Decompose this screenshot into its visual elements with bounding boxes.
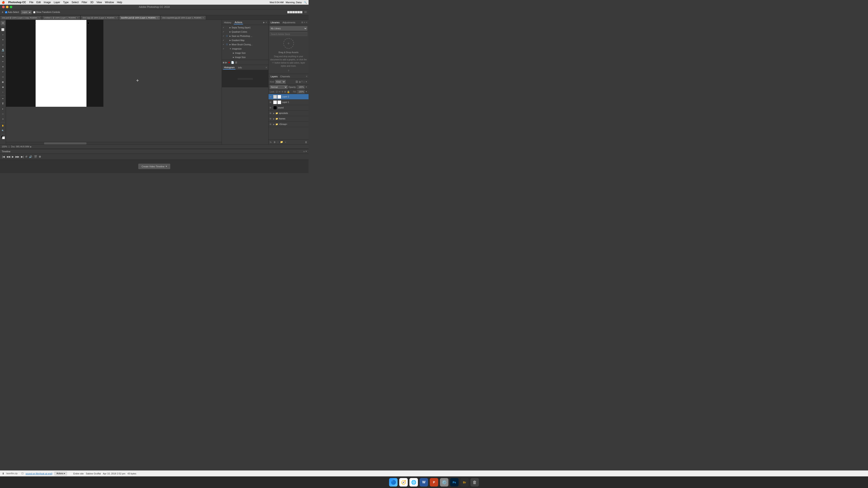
sprockets-eye[interactable]: 👁 xyxy=(269,112,272,115)
tl-video[interactable]: 🎬 xyxy=(33,155,37,159)
show-transform-checkbox[interactable] xyxy=(33,11,35,13)
sound-eye[interactable]: 👁 xyxy=(269,106,272,109)
layer-new-btn[interactable]: + xyxy=(284,140,286,144)
canvas-scrollbar-h[interactable] xyxy=(6,142,222,144)
tab-actions[interactable]: Actions xyxy=(234,21,243,24)
blend-mode-dropdown[interactable]: Normal Multiply Screen Overlay xyxy=(270,85,287,89)
doc-info-expand[interactable]: ▶ xyxy=(30,145,32,148)
layers-menu-icon[interactable]: ≡ xyxy=(306,75,307,77)
libs-help-icon[interactable]: ? xyxy=(270,69,307,72)
layer-fx-btn[interactable]: fx xyxy=(269,140,272,144)
lock-artboard-icon[interactable]: ⊞ xyxy=(284,91,286,93)
tab-channels[interactable]: Channels xyxy=(279,75,291,78)
tab-info[interactable]: Info xyxy=(237,66,243,69)
menu-window[interactable]: Window xyxy=(105,1,114,4)
tab-untitled[interactable]: Untitled-1 @ 100% (Layer 1, RGB/8#) ✕ xyxy=(42,15,81,20)
tab-laserfilm[interactable]: laserfilm.psd @ 100% (Layer 2, RGB/8#) ✕ xyxy=(119,15,160,20)
menu-edit[interactable]: Edit xyxy=(36,1,41,4)
lock-image-icon[interactable]: ✏ xyxy=(279,91,281,93)
tl-play[interactable]: ▶ xyxy=(11,155,14,159)
filter-type-icon[interactable]: T xyxy=(301,80,303,83)
tab-close-laserfilm[interactable]: ✕ xyxy=(157,17,158,19)
layer-item-layer1[interactable]: 👁 Layer 1 xyxy=(269,100,309,105)
libs-list-icon[interactable]: ≡ xyxy=(304,21,305,24)
gradient-tool[interactable]: ▦ xyxy=(1,79,5,84)
tab-adjustments[interactable]: Adjustments xyxy=(282,21,296,24)
menu-file[interactable]: File xyxy=(29,1,33,4)
tab-close-vine-copy[interactable]: ✕ xyxy=(116,17,117,19)
menu-filter[interactable]: Filter xyxy=(82,1,87,4)
menu-layer[interactable]: Layer xyxy=(54,1,60,4)
timeline-menu-icon[interactable]: ≡ xyxy=(304,150,305,153)
tl-loop[interactable]: ↺ xyxy=(25,155,28,159)
menu-view[interactable]: View xyxy=(96,1,102,4)
tl-goto-start[interactable]: |◀ xyxy=(2,155,5,159)
tab-close-vine[interactable]: ✕ xyxy=(38,17,40,19)
fg-bg-colors[interactable] xyxy=(1,135,5,139)
tab-histogram[interactable]: Histogram xyxy=(223,66,236,69)
canvas-area[interactable]: ✛ xyxy=(6,20,222,144)
filter-shape-icon[interactable]: □ xyxy=(303,80,305,83)
action-mixer-brush[interactable]: ✓ ☐ ▶ Mixer Brush Cloning... xyxy=(222,42,268,46)
timeline-collapse-icon[interactable]: ▾ xyxy=(306,150,307,153)
libs-grid-icon[interactable]: ⊞ xyxy=(301,21,303,24)
clone-tool[interactable]: ⊕ xyxy=(1,64,5,69)
layer-item-layer2[interactable]: 👁 Layer 2 xyxy=(269,94,309,100)
actions-stop-btn[interactable]: ■ xyxy=(223,61,224,64)
layer-group-btn[interactable]: 📁 xyxy=(280,140,283,144)
hand-tool[interactable]: ✋ xyxy=(1,123,5,128)
search-icon[interactable]: 🔍 xyxy=(304,1,307,4)
menu-type[interactable]: Type xyxy=(63,1,69,4)
actions-delete-btn[interactable]: 🗑 xyxy=(235,61,238,64)
libs-menu-icon[interactable]: ≡ xyxy=(306,21,307,24)
action-sepia[interactable]: ✓ ▶ Sepia Toning (layer) xyxy=(222,25,268,30)
tab-libraries[interactable]: Libraries xyxy=(270,21,280,24)
tab-close-vine-copy0000[interactable]: ✕ xyxy=(203,17,204,19)
tab-layers[interactable]: Layers xyxy=(270,75,278,78)
tab-vine-psd[interactable]: vine.psd @ 100% (Layer 2 copy, RGB/8#) ✕ xyxy=(0,15,42,20)
panel-menu-icon[interactable]: ≡ xyxy=(266,21,267,24)
minimize-button[interactable] xyxy=(6,6,8,8)
tab-history[interactable]: History xyxy=(223,21,232,24)
dodge-tool[interactable]: ○ xyxy=(1,90,5,94)
library-dropdown[interactable]: My Library xyxy=(270,26,307,31)
layer-item-frames[interactable]: 👁 ▶ 📁 frames xyxy=(269,116,309,122)
filter-px-icon[interactable]: 🖼 xyxy=(296,80,298,83)
move-tool[interactable]: ✛ xyxy=(1,21,5,25)
action-imagesize-2[interactable]: ▶ Image Size xyxy=(222,55,268,59)
tl-goto-end[interactable]: ▶| xyxy=(21,155,24,159)
shape-tool[interactable]: □ xyxy=(1,111,5,116)
layer2-eye[interactable]: 👁 xyxy=(269,96,272,98)
path-select-tool[interactable]: ▸ xyxy=(1,106,5,111)
create-video-timeline-button[interactable]: Create Video Timeline ▾ xyxy=(138,164,170,169)
tab-vine-copy0000[interactable]: vine copy0000.jpg @ 100% (Layer 1, RGB/8… xyxy=(160,15,206,20)
histogram-menu-icon[interactable]: ≡ xyxy=(266,66,267,69)
layer-item-sprockets[interactable]: 👁 ▶ 📁 sprockets xyxy=(269,110,309,116)
libs-add-icon[interactable]: + xyxy=(283,38,294,49)
menu-help[interactable]: Help xyxy=(117,1,122,4)
tl-audio[interactable]: 🔊 xyxy=(29,155,33,159)
apple-menu[interactable]: 🍎 xyxy=(2,1,5,4)
action-gradient-map[interactable]: ✓ ▶ Gradient Map xyxy=(222,38,268,42)
brush-tool[interactable]: ✏ xyxy=(1,59,5,64)
actions-record-btn[interactable]: ⏺ xyxy=(228,61,230,64)
fill-input[interactable] xyxy=(297,90,305,93)
actions-new-btn[interactable]: 📄 xyxy=(231,61,234,64)
menu-image[interactable]: Image xyxy=(44,1,51,4)
lock-transparent-icon[interactable]: ☑ xyxy=(276,91,278,93)
crop-tool[interactable]: ⊹ xyxy=(1,42,5,47)
app-name[interactable]: Photoshop CC xyxy=(8,1,26,4)
tab-close-untitled[interactable]: ✕ xyxy=(77,17,79,19)
healing-tool[interactable]: ✚ xyxy=(1,54,5,59)
marquee-tool[interactable]: ⬜ xyxy=(1,27,5,32)
group-eye[interactable]: 👁 xyxy=(269,123,272,126)
close-button[interactable] xyxy=(2,6,5,8)
menu-3d[interactable]: 3D xyxy=(90,1,93,4)
actions-play-btn[interactable]: ▶ xyxy=(225,61,227,64)
tl-step-forward[interactable]: ▶▶ xyxy=(15,155,20,159)
eraser-tool[interactable]: ◻ xyxy=(1,74,5,79)
frames-eye[interactable]: 👁 xyxy=(269,118,272,120)
filter-adj-icon[interactable]: ◑ xyxy=(299,80,301,83)
layer-mask-btn[interactable]: □ xyxy=(277,140,279,144)
action-imagesize-group[interactable]: ✓ ▼ imagesize xyxy=(222,46,268,51)
